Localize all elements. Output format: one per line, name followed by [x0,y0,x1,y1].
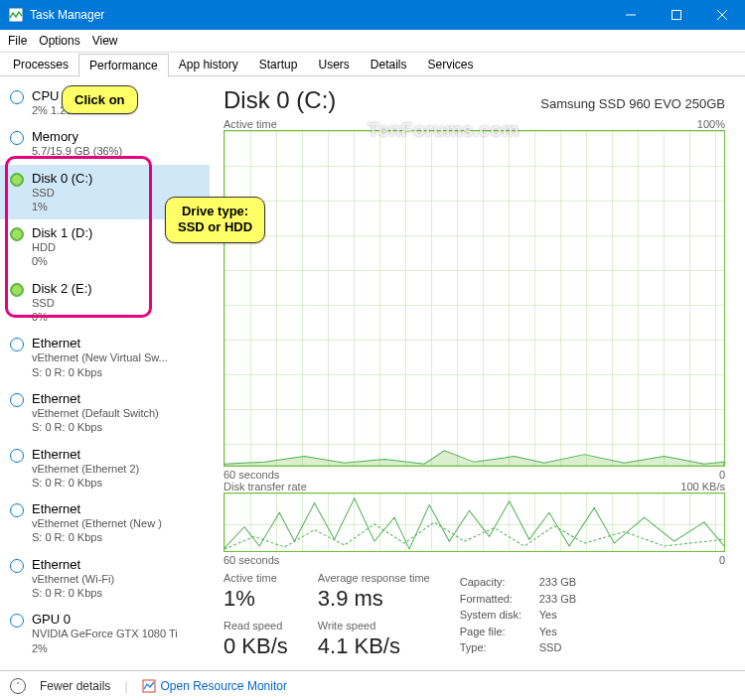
sidebar-item-disk1[interactable]: Disk 1 (D:)HDD0% [0,219,210,275]
sidebar-item-eth5[interactable]: EthernetvEthernet (Wi-Fi)S: 0 R: 0 Kbps [0,551,210,607]
metric-avg-label: Average response time [318,572,430,584]
tab-performance[interactable]: Performance [78,54,169,77]
net-gauge-icon [10,393,24,407]
chart-x-left2: 60 seconds [224,554,279,566]
sidebar-item-eth2[interactable]: EthernetvEthernet (Default Switch)S: 0 R… [0,385,210,441]
chart-x-right2: 0 [719,554,725,566]
sidebar-item-eth3[interactable]: EthernetvEthernet (Ethernet 2)S: 0 R: 0 … [0,441,210,496]
disk-model: Samsung SSD 960 EVO 250GB [540,96,725,111]
chart-xfer-label: Disk transfer rate [224,481,307,492]
metric-write-value: 4.1 KB/s [318,633,430,659]
metric-write-label: Write speed [318,620,430,631]
maximize-button[interactable] [654,0,699,30]
cpu-gauge-icon [10,90,24,104]
minimize-button[interactable] [608,0,654,30]
taskmgr-icon [8,7,24,23]
metric-systemdisk: Yes [539,607,557,624]
svg-rect-2 [672,11,681,20]
chart-active-label: Active time [224,118,277,130]
tab-details[interactable]: Details [360,53,418,76]
sidebar-item-eth4[interactable]: EthernetvEthernet (Ethernet (New )S: 0 R… [0,495,210,551]
window-title: Task Manager [30,8,608,22]
net-gauge-icon [10,338,24,351]
disk-heading: Disk 0 (C:) [224,86,336,114]
metric-active-label: Active time [224,572,288,584]
chart-xfer-max: 100 KB/s [680,481,725,492]
fewer-details-link[interactable]: Fewer details [40,679,110,693]
metric-pagefile: Yes [539,624,557,640]
disk-gauge-icon [10,227,24,241]
sidebar-item-memory[interactable]: Memory5.7/15.9 GB (36%) [0,123,210,164]
open-resource-monitor-link[interactable]: Open Resource Monitor [142,679,287,693]
metric-capacity: 233 GB [539,574,576,591]
net-gauge-icon [10,449,24,463]
menu-options[interactable]: Options [39,34,79,48]
sidebar-item-disk2[interactable]: Disk 2 (E:)SSD0% [0,275,210,331]
main-pane: Disk 0 (C:) Samsung SSD 960 EVO 250GB Ac… [210,76,745,667]
net-gauge-icon [10,503,24,517]
chart-active-time[interactable] [224,130,725,467]
menu-file[interactable]: File [8,34,27,48]
metric-read-value: 0 KB/s [224,633,288,659]
disk-gauge-icon [10,173,24,187]
sidebar[interactable]: CPU2% 1.26 Memory5.7/15.9 GB (36%) Disk … [0,76,210,667]
tab-services[interactable]: Services [417,53,485,76]
tab-apphistory[interactable]: App history [168,53,249,76]
window-buttons [608,0,745,30]
tab-processes[interactable]: Processes [2,53,79,76]
resmon-icon [142,679,156,693]
metrics: Active time 1% Read speed 0 KB/s Average… [224,572,725,667]
chart-x-right: 0 [719,469,725,481]
sidebar-item-cpu[interactable]: CPU2% 1.26 [0,82,210,123]
sidebar-item-gpu0[interactable]: GPU 0NVIDIA GeForce GTX 1080 Ti2% [0,606,210,661]
tab-startup[interactable]: Startup [248,53,309,76]
footer: ˄ Fewer details | Open Resource Monitor [0,670,745,700]
chart-x-left: 60 seconds [224,469,279,481]
titlebar: Task Manager [0,0,745,30]
disk-gauge-icon [10,283,24,297]
close-button[interactable] [699,0,745,30]
metric-avg-value: 3.9 ms [318,586,430,612]
sidebar-item-disk0[interactable]: Disk 0 (C:)SSD1% [0,165,210,220]
menu-view[interactable]: View [92,34,118,48]
metric-read-label: Read speed [224,620,288,631]
memory-gauge-icon [10,131,24,145]
sidebar-item-eth1[interactable]: EthernetvEthernet (New Virtual Sw...S: 0… [0,330,210,385]
tabstrip: Processes Performance App history Startu… [0,53,745,76]
chart-transfer-rate[interactable] [224,492,725,552]
chevron-up-icon: ˄ [10,678,26,694]
metric-type: SSD [539,639,562,656]
menubar: File Options View [0,30,745,53]
net-gauge-icon [10,559,24,573]
metric-formatted: 233 GB [539,591,576,608]
metric-active-value: 1% [224,586,288,612]
gpu-gauge-icon [10,614,24,628]
chart-active-max: 100% [697,118,725,130]
tab-users[interactable]: Users [307,53,360,76]
